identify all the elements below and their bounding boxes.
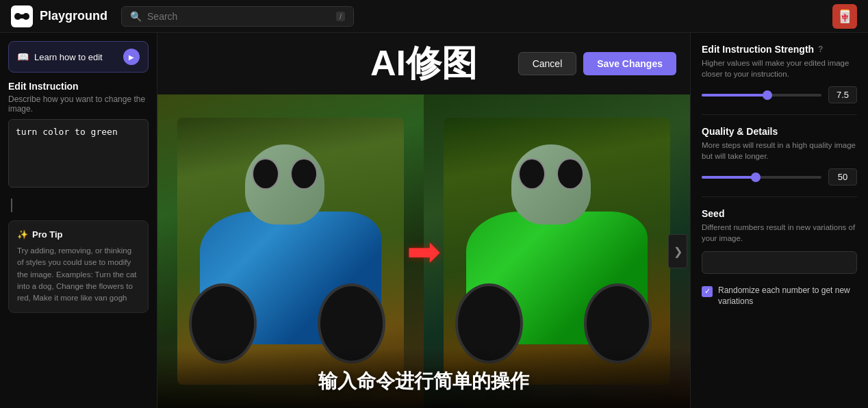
quality-fill	[702, 176, 756, 179]
play-icon: ▶	[123, 49, 140, 65]
topnav: Playground 🔍 / 🀄	[0, 0, 868, 33]
randomize-checkbox[interactable]: ✓	[702, 286, 713, 297]
left-panel: 📖 Learn how to edit ▶ Edit Instruction D…	[0, 33, 157, 408]
right-panel: Edit Instruction Strength ? Higher value…	[690, 33, 868, 408]
image-display: Original	[157, 94, 690, 408]
learn-btn-text: Learn how to edit	[34, 52, 103, 62]
quality-slider-row: 50	[702, 168, 857, 186]
edit-strength-track[interactable]	[702, 94, 821, 97]
pro-tip-title-text: Pro Tip	[32, 229, 63, 240]
quality-title: Quality & Details	[702, 126, 778, 137]
pro-tip-icon: ✨	[17, 229, 28, 240]
center-area: AI修图 Cancel Save Changes Original	[157, 33, 690, 408]
search-input[interactable]	[147, 11, 331, 22]
logo-icon	[11, 5, 33, 27]
quality-section: Quality & Details More steps will result…	[702, 126, 857, 186]
image-placeholder: Original	[157, 94, 690, 408]
info-icon-strength[interactable]: ?	[818, 44, 823, 54]
edit-strength-thumb[interactable]	[763, 90, 772, 100]
search-bar[interactable]: 🔍 /	[121, 6, 354, 27]
seed-desc: Different numbers result in new variatio…	[702, 222, 857, 244]
canvas-title: AI修图	[370, 40, 477, 88]
edit-instruction-title: Edit Instruction	[8, 81, 149, 92]
divider-2	[702, 196, 857, 197]
randomize-row: ✓ Randomize each number to get new varia…	[702, 285, 857, 308]
seed-title: Seed	[702, 208, 724, 219]
quality-track[interactable]	[702, 176, 821, 179]
book-icon: 📖	[17, 51, 29, 62]
quality-desc: More steps will result in a high quality…	[702, 140, 857, 162]
arrow-overlay: ➡	[407, 227, 441, 275]
svg-rect-3	[18, 14, 26, 18]
edit-strength-fill	[702, 94, 767, 97]
search-icon: 🔍	[130, 11, 142, 22]
logo-area: Playground	[11, 5, 107, 27]
search-kbd: /	[336, 12, 345, 21]
chevron-right-button[interactable]: ❯	[668, 234, 687, 268]
edit-instruction-desc: Describe how you want to change the imag…	[8, 94, 149, 114]
save-changes-button[interactable]: Save Changes	[583, 52, 676, 75]
main-layout: 📖 Learn how to edit ▶ Edit Instruction D…	[0, 33, 868, 408]
canvas-header: AI修图 Cancel Save Changes	[157, 33, 690, 94]
edit-strength-section: Edit Instruction Strength ? Higher value…	[702, 44, 857, 103]
edit-strength-desc: Higher values will make your edited imag…	[702, 58, 857, 79]
bottom-overlay: 输入命令进行简单的操作	[157, 348, 690, 408]
action-buttons: Cancel Save Changes	[518, 52, 676, 75]
learn-how-to-edit-button[interactable]: 📖 Learn how to edit ▶	[8, 41, 149, 73]
edit-strength-title: Edit Instruction Strength	[702, 44, 814, 55]
subtitle-overlay: 输入命令进行简单的操作	[318, 370, 529, 392]
edit-strength-value: 7.5	[828, 86, 857, 103]
logo-text: Playground	[40, 9, 107, 23]
randomize-label: Randomize each number to get new variati…	[718, 285, 857, 308]
divider-1	[702, 114, 857, 115]
edit-strength-slider-row: 7.5	[702, 86, 857, 103]
quality-thumb[interactable]	[751, 173, 761, 182]
edit-instruction-section: Edit Instruction Describe how you want t…	[8, 81, 149, 190]
edit-instruction-input[interactable]: turn color to green	[8, 119, 149, 188]
cancel-button[interactable]: Cancel	[518, 52, 577, 75]
user-avatar[interactable]: 🀄	[832, 4, 857, 29]
seed-input[interactable]	[702, 251, 857, 274]
seed-section: Seed Different numbers result in new var…	[702, 208, 857, 273]
quality-value: 50	[828, 168, 857, 186]
pro-tip-text: Try adding, removing, or thinking of sty…	[17, 245, 140, 304]
pro-tip-box: ✨ Pro Tip Try adding, removing, or think…	[8, 220, 149, 313]
